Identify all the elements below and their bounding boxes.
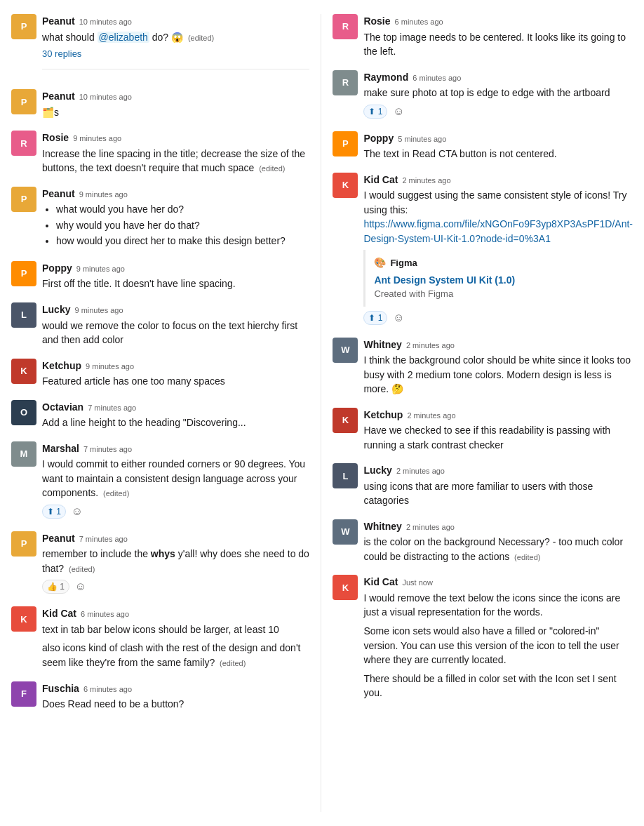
- message-text: The top image needs to be centered. It l…: [363, 30, 633, 59]
- timestamp: 2 minutes ago: [406, 521, 455, 533]
- message-text: The text in Read CTA button is not cente…: [363, 147, 633, 161]
- link-preview-subtitle: Created with Figma: [374, 287, 624, 300]
- message-header: Peanut 10 minutes ago: [42, 89, 309, 104]
- list-item: what would you have her do?: [56, 202, 309, 217]
- avatar: P: [333, 131, 358, 156]
- message-group: P Poppy 9 minutes ago First off the titl…: [11, 261, 309, 291]
- message-group: O Octavian 7 minutes ago Add a line heig…: [11, 400, 309, 430]
- avatar-label: R: [342, 20, 349, 33]
- message-header: Rosie 9 minutes ago: [42, 131, 309, 145]
- replies-count[interactable]: 30 replies: [42, 47, 309, 69]
- extra-message-text: also icons kind of clash with the rest o…: [42, 641, 309, 670]
- edited-label: (edited): [188, 34, 214, 42]
- message-header: Whitney 2 minutes ago: [363, 519, 633, 534]
- avatar-label: K: [20, 613, 27, 626]
- message-group: W Whitney 2 minutes ago I think the back…: [333, 338, 633, 397]
- timestamp: Just now: [402, 577, 432, 588]
- avatar: K: [333, 408, 358, 433]
- timestamp: 6 minutes ago: [81, 608, 129, 620]
- avatar: K: [333, 173, 358, 198]
- message-text: I think the background color should be w…: [363, 353, 633, 397]
- username: Kid Cat: [363, 575, 398, 589]
- upvote-reaction[interactable]: ⬆ 1: [42, 505, 66, 519]
- username: Lucky: [42, 302, 70, 317]
- message-text: First off the title. It doesn't have lin…: [42, 277, 309, 291]
- message-content: Ketchup 2 minutes ago Have we checked to…: [363, 408, 633, 453]
- thumbsup-reaction[interactable]: 👍 1: [42, 580, 69, 594]
- edited-label: (edited): [220, 659, 246, 667]
- add-reaction-button[interactable]: ☺: [69, 503, 86, 520]
- avatar-label: K: [20, 364, 27, 378]
- add-reaction-button[interactable]: ☺: [390, 309, 407, 326]
- message-text: text in tab bar below icons should be la…: [42, 622, 309, 637]
- timestamp: 9 minutes ago: [73, 133, 121, 144]
- avatar-label: K: [342, 178, 349, 192]
- message-header: Peanut 7 minutes ago: [42, 531, 309, 546]
- upvote-reaction[interactable]: ⬆ 1: [363, 105, 387, 119]
- avatar-label: F: [21, 687, 27, 700]
- message-group: P Peanut 7 minutes ago remember to inclu…: [11, 531, 309, 596]
- mention: @elizabeth: [98, 32, 149, 43]
- upvote-reaction[interactable]: ⬆ 1: [363, 311, 387, 325]
- message-group: M Marshal 7 minutes ago I would commit t…: [11, 441, 309, 520]
- username: Whitney: [363, 519, 401, 534]
- avatar-label: P: [342, 137, 349, 150]
- message-content: Octavian 7 minutes ago Add a line height…: [42, 400, 309, 430]
- message-content: Peanut 10 minutes ago 🗂️s: [42, 89, 309, 119]
- message-header: Peanut 9 minutes ago: [42, 187, 309, 201]
- message-text: what should @elizabeth do? 😱 (edited): [42, 30, 309, 45]
- edited-label: (edited): [514, 553, 540, 561]
- message-content: Whitney 2 minutes ago I think the backgr…: [363, 338, 633, 397]
- figma-icon: 🎨: [374, 255, 386, 270]
- timestamp: 2 minutes ago: [396, 465, 445, 477]
- avatar: L: [333, 463, 358, 488]
- message-header: Fuschia 6 minutes ago: [42, 681, 309, 696]
- message-text: is the color on the background Necessary…: [363, 535, 633, 564]
- message-text: Does Read need to be a button?: [42, 697, 309, 712]
- message-header: Poppy 9 minutes ago: [42, 261, 309, 276]
- message-text: make sure photo at top is edge to edge w…: [363, 86, 633, 100]
- avatar-label: R: [342, 76, 349, 89]
- add-reaction-button[interactable]: ☺: [390, 103, 407, 120]
- add-reaction-button[interactable]: ☺: [72, 578, 89, 595]
- username: Poppy: [363, 131, 394, 146]
- username: Kid Cat: [42, 606, 76, 621]
- username: Ketchup: [42, 359, 81, 373]
- message-content: Poppy 9 minutes ago First off the title.…: [42, 261, 309, 291]
- avatar-label: K: [342, 581, 349, 594]
- avatar: R: [333, 14, 358, 39]
- message-content: Raymond 6 minutes ago make sure photo at…: [363, 70, 633, 120]
- reactions: ⬆ 1☺: [363, 309, 633, 326]
- message-link[interactable]: https://www.figma.com/file/xNGOnFo9F3yp8…: [363, 218, 633, 244]
- message-header: Ketchup 2 minutes ago: [363, 408, 633, 422]
- message-content: Fuschia 6 minutes ago Does Read need to …: [42, 681, 309, 712]
- username: Marshal: [42, 441, 79, 456]
- message-content: Kid Cat 2 minutes ago I would suggest us…: [363, 173, 633, 326]
- list-item: how would you direct her to make this de…: [56, 234, 309, 248]
- avatar: P: [11, 187, 36, 212]
- avatar-label: L: [21, 308, 27, 321]
- message-header: Rosie 6 minutes ago: [363, 14, 633, 29]
- message-group: K Kid Cat 6 minutes ago text in tab bar …: [11, 606, 309, 670]
- message-text: Have we checked to see if this readabili…: [363, 423, 633, 452]
- link-preview-title[interactable]: Ant Design System UI Kit (1.0): [374, 273, 624, 288]
- message-group: P Peanut 9 minutes ago what would you ha…: [11, 187, 309, 250]
- avatar-label: R: [20, 137, 27, 150]
- username: Rosie: [42, 131, 69, 145]
- username: Peanut: [42, 89, 75, 104]
- message-group: P Peanut 10 minutes ago 🗂️s: [11, 89, 309, 119]
- message-group: K Ketchup 2 minutes ago Have we checked …: [333, 408, 633, 453]
- message-content: Whitney 2 minutes ago is the color on th…: [363, 519, 633, 564]
- avatar: K: [11, 359, 36, 384]
- message-header: Kid Cat 6 minutes ago: [42, 606, 309, 621]
- timestamp: 10 minutes ago: [79, 91, 132, 102]
- list-item: why would you have her do that?: [56, 218, 309, 233]
- timestamp: 9 minutes ago: [74, 305, 123, 316]
- avatar: P: [11, 531, 36, 557]
- right-column: R Rosie 6 minutes ago The top image need…: [321, 14, 644, 812]
- message-group: K Kid Cat Just now I would remove the te…: [333, 575, 633, 700]
- message-content: Lucky 9 minutes ago would we remove the …: [42, 302, 309, 347]
- username: Peanut: [42, 187, 75, 201]
- link-preview-source: 🎨 Figma: [374, 255, 624, 270]
- avatar-label: W: [341, 343, 349, 357]
